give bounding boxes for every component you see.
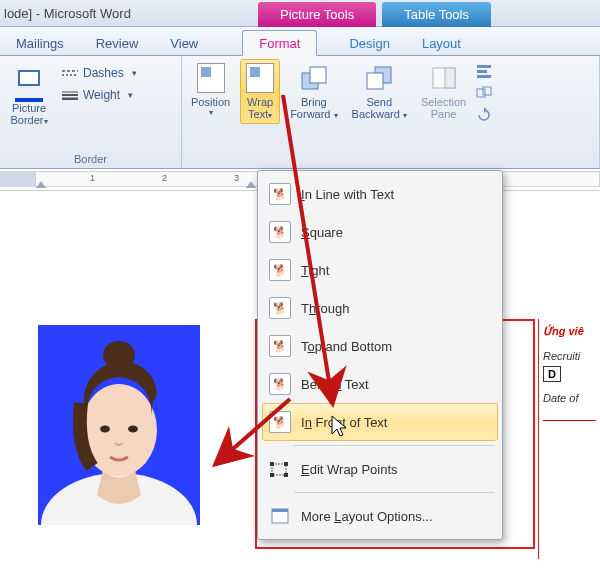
mouse-cursor-icon [330, 414, 350, 440]
window-title: lode] - Microsoft Word [4, 6, 131, 21]
svg-point-20 [100, 426, 110, 433]
menu-editpoints-label: Edit Wrap Points [301, 462, 398, 477]
side-heading: Ứng viê [543, 325, 596, 338]
side-dateof: Date of [543, 392, 596, 404]
side-red-line [543, 420, 596, 421]
menu-top-and-bottom[interactable]: 🐕 Top and Bottom [262, 327, 498, 365]
dashes-label: Dashes [83, 66, 124, 80]
ribbon: PictureBorder▾ Dashes Weight Border [0, 56, 600, 169]
tab-format[interactable]: Format [242, 30, 317, 56]
position-label: Position [191, 96, 230, 108]
menu-square[interactable]: 🐕 Square [262, 213, 498, 251]
through-icon: 🐕 [269, 297, 291, 319]
inline-icon: 🐕 [269, 183, 291, 205]
menu-more-layout-options[interactable]: More Layout Options... [262, 497, 498, 535]
wrap-text-icon [244, 62, 276, 94]
svg-rect-8 [367, 73, 383, 89]
ruler-mark-1: 1 [90, 173, 95, 183]
picture-border-button[interactable]: PictureBorder▾ [5, 59, 53, 130]
inserted-photo[interactable] [38, 325, 200, 525]
behind-icon: 🐕 [269, 373, 291, 395]
picture-border-icon [13, 62, 45, 94]
menu-topbottom-label: Top and Bottom [301, 339, 392, 354]
table-tools-tab[interactable]: Table Tools [382, 2, 491, 27]
wrap-text-button[interactable]: WrapText▾ [240, 59, 280, 124]
send-backward-label: SendBackward ▾ [352, 96, 407, 121]
group-icon[interactable] [476, 85, 492, 101]
svg-rect-23 [270, 462, 274, 466]
menu-more-label: More Layout Options... [301, 509, 433, 524]
selection-pane-icon [428, 62, 460, 94]
tab-review[interactable]: Review [80, 31, 155, 55]
bring-forward-button[interactable]: BringForward ▾ [286, 59, 341, 124]
menu-separator [294, 445, 494, 446]
tab-layout[interactable]: Layout [406, 31, 477, 55]
menu-square-label: Square [301, 225, 343, 240]
menu-tight-label: Tight [301, 263, 329, 278]
wrap-text-menu: 🐕 In Line with Text 🐕 Square 🐕 Tight 🐕 T… [257, 170, 503, 540]
svg-rect-22 [272, 464, 286, 475]
svg-rect-25 [270, 473, 274, 477]
position-button[interactable]: Position ▾ [187, 59, 234, 120]
menu-behind-label: Behind Text [301, 377, 369, 392]
more-layout-icon [269, 505, 291, 527]
send-backward-button[interactable]: SendBackward ▾ [348, 59, 411, 124]
svg-rect-10 [445, 68, 455, 88]
tab-mailings[interactable]: Mailings [0, 31, 80, 55]
svg-rect-26 [284, 473, 288, 477]
svg-point-19 [103, 341, 135, 369]
svg-rect-24 [284, 462, 288, 466]
border-group-label: Border [5, 153, 176, 168]
svg-rect-12 [477, 70, 487, 73]
svg-rect-6 [310, 67, 326, 83]
menu-tight[interactable]: 🐕 Tight [262, 251, 498, 289]
tab-design[interactable]: Design [333, 31, 405, 55]
side-d-box: D [543, 366, 561, 382]
bring-forward-label: BringForward ▾ [290, 96, 337, 121]
menu-through[interactable]: 🐕 Through [262, 289, 498, 327]
menu-in-line-with-text[interactable]: 🐕 In Line with Text [262, 175, 498, 213]
rotate-icon[interactable] [476, 107, 492, 123]
square-icon: 🐕 [269, 221, 291, 243]
editpoints-icon [269, 458, 291, 480]
svg-rect-14 [477, 89, 485, 97]
position-icon [195, 62, 227, 94]
ruler-mark-2: 2 [162, 173, 167, 183]
svg-rect-11 [477, 65, 491, 68]
menu-separator-2 [294, 492, 494, 493]
menu-in-front-of-text[interactable]: 🐕 In Front of Text [262, 403, 498, 441]
dashes-button[interactable]: Dashes [59, 63, 140, 83]
infront-icon: 🐕 [269, 411, 291, 433]
weight-icon [62, 87, 78, 103]
svg-rect-13 [477, 75, 491, 78]
svg-rect-28 [272, 509, 288, 512]
wrap-text-label: WrapText▾ [247, 96, 273, 121]
tight-icon: 🐕 [269, 259, 291, 281]
weight-button[interactable]: Weight [59, 85, 140, 105]
ruler-indent-left[interactable] [36, 181, 46, 188]
menu-edit-wrap-points[interactable]: Edit Wrap Points [262, 450, 498, 488]
document-side-text: Ứng viê Recruiti D Date of [538, 319, 600, 559]
topbottom-icon: 🐕 [269, 335, 291, 357]
menu-through-label: Through [301, 301, 349, 316]
menu-behind-text[interactable]: 🐕 Behind Text [262, 365, 498, 403]
selection-pane-label: SelectionPane [421, 96, 466, 120]
send-backward-icon [363, 62, 395, 94]
picture-tools-tab[interactable]: Picture Tools [258, 2, 376, 27]
picture-border-label: PictureBorder▾ [10, 102, 47, 127]
svg-rect-15 [483, 87, 491, 95]
selection-pane-button[interactable]: SelectionPane [417, 59, 470, 123]
ribbon-tab-strip: Mailings Review View Format Design Layou… [0, 27, 600, 56]
photo-content [38, 325, 200, 525]
ruler-indent-right[interactable] [246, 181, 256, 188]
menu-in-line-label: In Line with Text [301, 187, 394, 202]
ruler-mark-3: 3 [234, 173, 239, 183]
svg-point-21 [128, 426, 138, 433]
align-icon[interactable] [476, 63, 492, 79]
weight-label: Weight [83, 88, 120, 102]
dashes-icon [62, 65, 78, 81]
bring-forward-icon [298, 62, 330, 94]
tab-view[interactable]: View [154, 31, 214, 55]
side-recruit: Recruiti [543, 350, 596, 362]
